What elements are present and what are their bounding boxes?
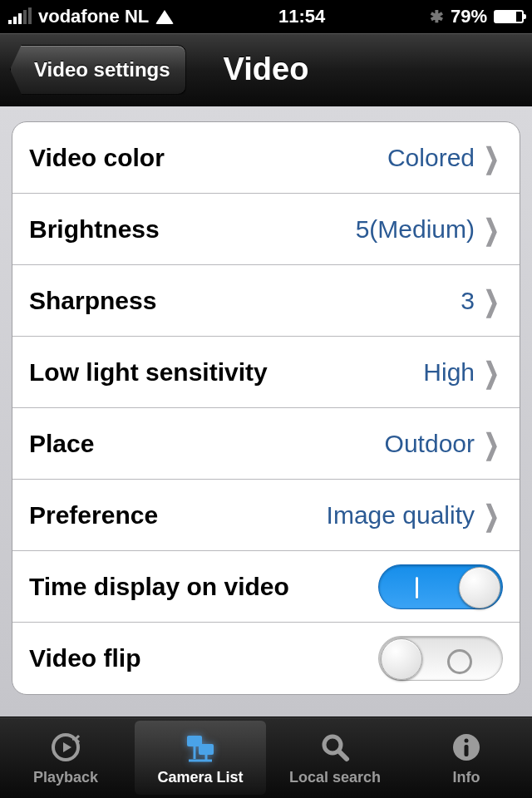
tab-local-search[interactable]: Local search [269,717,401,798]
tab-label: Playback [33,769,98,786]
tab-label: Info [453,769,480,786]
row-value: Outdoor [385,430,475,458]
playback-icon [47,729,84,766]
chevron-right-icon: ❯ [484,499,499,532]
row-value: 5(Medium) [356,215,475,244]
battery-pct-label: 79% [451,6,487,27]
row-value: Image quality [327,501,475,530]
row-preference[interactable]: Preference Image quality ❯ [12,480,520,551]
row-sharpness[interactable]: Sharpness 3 ❯ [12,265,520,337]
row-label: Place [29,430,94,458]
row-label: Preference [29,501,158,530]
svg-marker-1 [63,742,71,752]
row-video-flip: Video flip [12,623,520,694]
content-area: Video color Colored ❯ Brightness 5(Mediu… [0,106,532,717]
time-display-toggle[interactable] [378,564,503,609]
settings-list: Video color Colored ❯ Brightness 5(Mediu… [12,121,520,695]
row-label: Time display on video [29,573,289,601]
row-brightness[interactable]: Brightness 5(Medium) ❯ [12,194,520,265]
page-title: Video [224,52,309,87]
toggle-knob [459,567,500,608]
svg-point-10 [465,739,469,743]
nav-bar: Video settings Video [0,33,532,106]
row-time-display-on-video: Time display on video [12,551,520,623]
status-bar: vodafone NL 11:54 ✱ 79% [0,0,532,33]
toggle-knob [381,638,422,680]
tab-playback[interactable]: Playback [0,717,131,798]
carrier-label: vodafone NL [38,6,149,27]
svg-rect-3 [199,744,214,755]
svg-line-8 [339,751,347,759]
video-flip-toggle[interactable] [378,636,503,681]
chevron-right-icon: ❯ [484,213,499,246]
info-icon [448,729,485,766]
row-low-light-sensitivity[interactable]: Low light sensitivity High ❯ [12,337,520,408]
row-value: High [423,358,475,387]
back-button-label: Video settings [34,58,170,81]
chevron-right-icon: ❯ [484,427,499,461]
tab-info[interactable]: Info [401,717,532,798]
battery-icon [494,10,524,23]
row-label: Low light sensitivity [29,358,268,387]
search-icon [317,729,353,766]
row-label: Video color [29,144,165,172]
tab-label: Local search [289,769,381,786]
svg-rect-11 [465,745,469,756]
chevron-right-icon: ❯ [484,284,499,318]
tab-bar: Playback Camera List Local search Info [0,717,532,798]
tab-camera-list[interactable]: Camera List [135,721,266,795]
row-label: Brightness [29,215,160,244]
wifi-icon [155,10,174,24]
row-video-color[interactable]: Video color Colored ❯ [12,122,520,194]
back-button[interactable]: Video settings [10,45,186,95]
camera-list-icon [182,729,219,766]
row-place[interactable]: Place Outdoor ❯ [12,408,520,480]
row-value: 3 [461,287,475,315]
row-label: Video flip [29,644,140,672]
row-label: Sharpness [29,287,156,315]
bluetooth-icon: ✱ [430,7,444,27]
clock-label: 11:54 [278,6,325,27]
chevron-right-icon: ❯ [484,356,499,389]
signal-icon [8,9,32,24]
tab-label: Camera List [157,769,243,786]
chevron-right-icon: ❯ [484,141,499,175]
row-value: Colored [387,144,475,172]
